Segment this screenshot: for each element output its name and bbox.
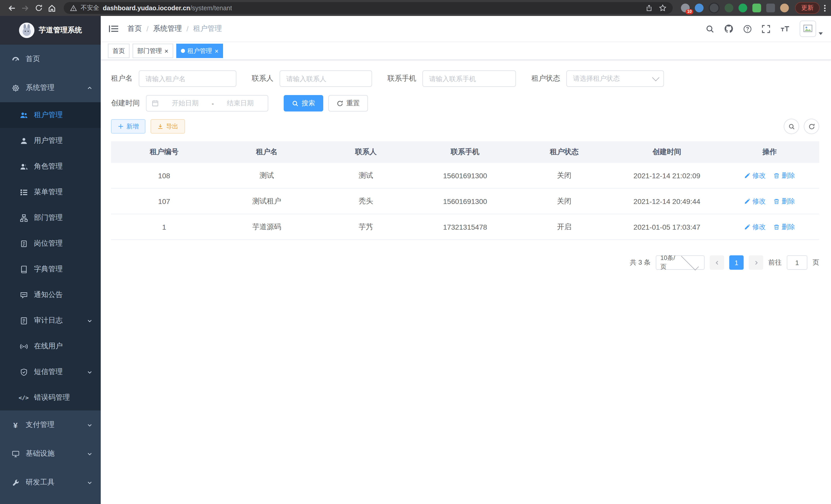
sidebar-logo[interactable]: 芋道管理系统 <box>0 16 101 45</box>
refresh-table-icon[interactable] <box>804 119 819 134</box>
sidebar-item-audit-log[interactable]: 审计日志 <box>0 308 101 333</box>
extension-icon-avatar[interactable] <box>780 4 789 12</box>
add-button[interactable]: 新增 <box>111 119 145 134</box>
sidebar-toggle-icon[interactable] <box>109 25 118 33</box>
dev-tool-icon <box>11 478 20 486</box>
delete-button[interactable]: 删除 <box>773 222 795 232</box>
security-warning-icon[interactable] <box>70 4 77 11</box>
home-icon[interactable] <box>45 1 59 14</box>
sidebar-item-notice[interactable]: 通知公告 <box>0 282 101 308</box>
sidebar-item-menu[interactable]: 菜单管理 <box>0 179 101 205</box>
cell-tenant-name: 芋道源码 <box>217 214 316 240</box>
phone-label: 联系手机 <box>388 74 423 83</box>
edit-button[interactable]: 修改 <box>744 171 766 180</box>
extension-icon-plugin[interactable] <box>766 4 775 12</box>
extension-icon-pin[interactable]: 10 <box>681 4 690 12</box>
contact-input[interactable] <box>280 70 372 87</box>
page-number-button[interactable]: 1 <box>729 255 744 270</box>
breadcrumb-separator: / <box>187 25 189 33</box>
status-select-placeholder: 请选择租户状态 <box>573 74 653 83</box>
edit-button[interactable]: 修改 <box>744 222 766 232</box>
extension-icon-green-circle[interactable] <box>739 4 747 12</box>
post-badge-icon <box>20 239 28 248</box>
sidebar-item-error-code[interactable]: </> 错误码管理 <box>0 385 101 411</box>
url-text[interactable]: dashboard.yudao.iocoder.cn/system/tenant <box>103 4 232 11</box>
extension-badge: 10 <box>686 9 693 14</box>
logo-rabbit-icon <box>19 23 34 38</box>
sidebar-item-dict[interactable]: 字典管理 <box>0 256 101 282</box>
delete-button[interactable]: 删除 <box>773 171 795 180</box>
extension-icon-blue-drop[interactable] <box>695 4 704 12</box>
download-icon <box>157 123 164 129</box>
audit-log-icon <box>20 317 28 325</box>
sidebar-item-home[interactable]: 首页 <box>0 45 101 73</box>
browser-menu-icon[interactable] <box>824 4 826 12</box>
sms-shield-icon <box>20 368 28 376</box>
infra-monitor-icon <box>11 449 20 458</box>
forward-icon[interactable] <box>19 1 32 14</box>
fullscreen-icon[interactable] <box>762 24 770 33</box>
date-range-picker[interactable]: 开始日期 - 结束日期 <box>146 95 268 112</box>
reset-button[interactable]: 重置 <box>328 95 368 112</box>
sidebar-item-post[interactable]: 岗位管理 <box>0 231 101 256</box>
sidebar-item-dept[interactable]: 部门管理 <box>0 205 101 231</box>
extensions-row: 10 <box>681 3 789 13</box>
breadcrumb-home[interactable]: 首页 <box>127 24 142 33</box>
page-content: 租户名 联系人 联系手机 租户状态 请选择租户状态 <box>101 60 831 270</box>
sidebar-item-label: 菜单管理 <box>34 187 63 197</box>
delete-button[interactable]: 删除 <box>773 197 795 206</box>
toggle-search-icon[interactable] <box>784 119 799 134</box>
user-avatar-menu[interactable] <box>800 21 823 37</box>
sidebar-item-label: 用户管理 <box>34 136 63 145</box>
bookmark-star-icon[interactable] <box>659 4 666 12</box>
help-icon[interactable] <box>743 24 752 33</box>
menu-list-icon <box>20 188 28 196</box>
breadcrumb-current: 租户管理 <box>193 24 222 33</box>
next-page-icon[interactable] <box>749 255 763 270</box>
sidebar-item-system[interactable]: 系统管理 <box>0 73 101 102</box>
extension-icon-green-sphere[interactable] <box>725 4 733 12</box>
page-size-select[interactable]: 10条/页 <box>656 255 705 270</box>
github-icon[interactable] <box>724 24 733 33</box>
tab-tenant[interactable]: 租户管理 × <box>176 44 223 58</box>
security-label[interactable]: 不安全 <box>81 4 99 12</box>
header-search-icon[interactable] <box>706 24 714 33</box>
sidebar-item-online-users[interactable]: 在线用户 <box>0 333 101 359</box>
sidebar-item-infra[interactable]: 基础设施 <box>0 439 101 468</box>
tab-home[interactable]: 首页 <box>108 44 130 58</box>
chevron-down-icon <box>652 74 659 81</box>
extension-icon-green-square[interactable] <box>752 4 761 12</box>
sidebar-item-sms[interactable]: 短信管理 <box>0 359 101 385</box>
col-tenant-name: 租户名 <box>217 141 316 163</box>
edit-button[interactable]: 修改 <box>744 197 766 206</box>
sidebar-item-tenant[interactable]: 租户管理 <box>0 102 101 128</box>
address-bar[interactable]: 不安全 dashboard.yudao.iocoder.cn/system/te… <box>64 2 673 14</box>
sidebar-item-payment[interactable]: ¥ 支付管理 <box>0 411 101 439</box>
cell-tenant-name: 测试租户 <box>217 188 316 214</box>
tab-dept[interactable]: 部门管理 × <box>133 44 173 58</box>
sidebar-item-role[interactable]: 角色管理 <box>0 154 101 179</box>
phone-input[interactable] <box>423 70 516 87</box>
close-icon[interactable]: × <box>214 48 219 54</box>
tenant-name-input[interactable] <box>139 70 236 87</box>
col-created: 创建时间 <box>614 141 720 163</box>
back-icon[interactable] <box>5 1 19 14</box>
prev-page-icon[interactable] <box>710 255 724 270</box>
refresh-icon[interactable] <box>32 1 45 14</box>
sidebar-item-dev-tools[interactable]: 研发工具 <box>0 468 101 497</box>
share-icon[interactable] <box>646 4 653 11</box>
export-button[interactable]: 导出 <box>150 119 185 134</box>
status-select[interactable]: 请选择租户状态 <box>566 70 664 87</box>
col-actions: 操作 <box>720 141 819 163</box>
date-start-placeholder: 开始日期 <box>163 99 208 108</box>
cell-created: 2021-12-14 20:49:44 <box>614 188 720 214</box>
close-icon[interactable]: × <box>165 48 168 54</box>
breadcrumb-system[interactable]: 系统管理 <box>153 24 182 33</box>
goto-page-input[interactable] <box>787 255 807 270</box>
extension-icon-dark-sphere[interactable] <box>709 3 719 13</box>
sidebar-item-user[interactable]: 用户管理 <box>0 128 101 154</box>
date-end-placeholder: 结束日期 <box>218 99 263 108</box>
font-size-icon[interactable] <box>780 25 790 33</box>
search-button[interactable]: 搜索 <box>284 95 323 112</box>
browser-update-button[interactable]: 更新 <box>795 2 820 14</box>
